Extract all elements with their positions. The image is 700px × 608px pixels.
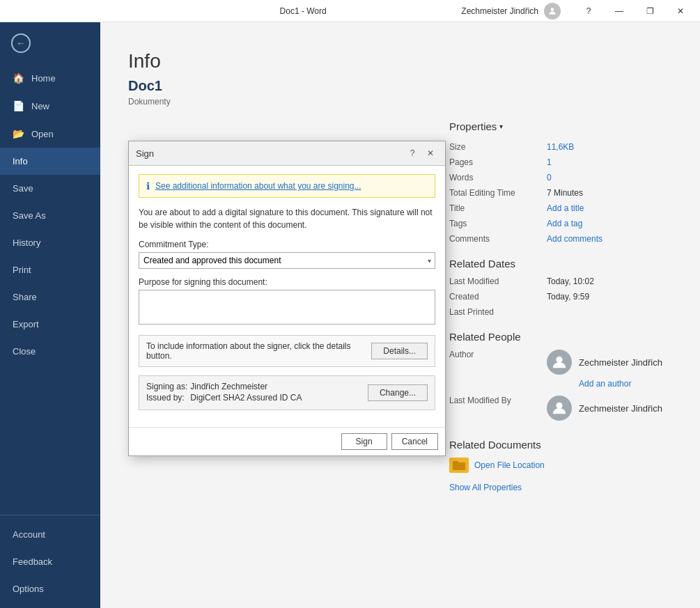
prop-row-tags: Tags Add a tag <box>449 219 672 228</box>
sidebar-item-label: Account <box>13 529 45 540</box>
prop-value-size[interactable]: 11,6KB <box>547 142 574 152</box>
dialog-header: Sign ? ✕ <box>129 141 445 166</box>
prop-value-editing-time: 7 Minutes <box>547 188 583 198</box>
signing-as-value: Jindřich Zechmeister <box>190 382 267 391</box>
prop-label: Title <box>449 203 547 213</box>
sidebar-item-label: Info <box>13 156 28 166</box>
sidebar-nav: 🏠 Home 📄 New 📂 Open Info Save Save As Hi… <box>0 64 100 509</box>
titlebar-username: Zechmeister Jindřich <box>461 6 538 16</box>
prop-label: Last Modified <box>449 276 547 286</box>
dialog-close-button[interactable]: ✕ <box>423 146 438 161</box>
svg-point-0 <box>551 8 554 11</box>
prop-value-words[interactable]: 0 <box>547 173 552 182</box>
folder-icon <box>449 458 469 473</box>
dialog-title: Sign <box>136 148 154 159</box>
sidebar-item-print[interactable]: Print <box>0 256 100 283</box>
prop-row-author: Author Zechmeister Jindřich Add an autho… <box>449 350 672 389</box>
prop-label: Words <box>449 173 547 182</box>
sidebar-item-label: Open <box>31 129 54 139</box>
last-modified-avatar <box>547 396 572 421</box>
home-icon: 🏠 <box>13 72 24 84</box>
sidebar-item-close[interactable]: Close <box>0 338 100 365</box>
sidebar-item-save-as[interactable]: Save As <box>0 202 100 229</box>
prop-value-title[interactable]: Add a title <box>547 203 584 213</box>
properties-title: Properties ▾ <box>449 120 672 132</box>
sidebar-bottom: Account Feedback Options <box>0 521 100 608</box>
close-window-button[interactable]: ✕ <box>667 0 694 22</box>
open-file-row: Open File Location <box>449 458 672 473</box>
prop-label: Pages <box>449 157 547 167</box>
prop-row-title: Title Add a title <box>449 203 672 213</box>
sidebar-item-info[interactable]: Info <box>0 148 100 175</box>
last-modified-avatar-row: Zechmeister Jindřich <box>547 396 662 421</box>
sign-button[interactable]: Sign <box>341 433 387 450</box>
purpose-input[interactable] <box>139 290 435 325</box>
sidebar-item-export[interactable]: Export <box>0 311 100 338</box>
commitment-type-select[interactable]: Created and approved this document Appro… <box>139 252 435 269</box>
sidebar-item-new[interactable]: 📄 New <box>0 92 100 120</box>
show-all-properties-link[interactable]: Show All Properties <box>449 483 672 492</box>
right-area: Properties ▾ Size 11,6KB Pages 1 Words 0 <box>449 120 672 492</box>
sidebar-item-label: Save <box>13 183 33 194</box>
prop-row-created: Created Today, 9:59 <box>449 292 672 302</box>
sidebar-item-open[interactable]: 📂 Open <box>0 120 100 148</box>
sidebar-item-label: Options <box>13 584 44 594</box>
prop-label: Last Printed <box>449 307 547 317</box>
svg-point-1 <box>556 357 562 363</box>
sidebar-item-feedback[interactable]: Feedback <box>0 548 100 575</box>
author-avatar-row: Zechmeister Jindřich <box>547 350 662 375</box>
open-file-link[interactable]: Open File Location <box>474 460 545 470</box>
titlebar: Doc1 - Word Zechmeister Jindřich ? — ❐ ✕ <box>0 0 700 22</box>
purpose-label: Purpose for signing this document: <box>139 277 435 287</box>
prop-value-created: Today, 9:59 <box>547 292 589 302</box>
dialog-body: ℹ See additional information about what … <box>129 166 445 427</box>
details-button[interactable]: Details... <box>371 343 428 359</box>
last-modified-name: Zechmeister Jindřich <box>579 403 662 414</box>
prop-label: Comments <box>449 234 547 244</box>
maximize-button[interactable]: ❐ <box>636 0 664 22</box>
cancel-button[interactable]: Cancel <box>391 433 438 450</box>
prop-row-editing-time: Total Editing Time 7 Minutes <box>449 188 672 198</box>
svg-point-2 <box>556 403 562 409</box>
prop-label: Last Modified By <box>449 396 547 425</box>
doc-name: Doc1 <box>128 78 672 94</box>
info-link[interactable]: See additional information about what yo… <box>155 181 361 191</box>
dialog-help-button[interactable]: ? <box>405 146 420 161</box>
avatar <box>544 3 561 20</box>
sidebar: ← 🏠 Home 📄 New 📂 Open Info Save Save A <box>0 22 100 608</box>
sidebar-item-label: Save As <box>13 210 46 221</box>
open-icon: 📂 <box>13 128 24 139</box>
properties-panel: Properties ▾ Size 11,6KB Pages 1 Words 0 <box>449 120 672 492</box>
dialog-header-buttons: ? ✕ <box>405 146 438 161</box>
change-button[interactable]: Change... <box>368 384 428 401</box>
help-button[interactable]: ? <box>575 0 602 22</box>
dialog-description: You are about to add a digital signature… <box>139 206 435 231</box>
sidebar-item-home[interactable]: 🏠 Home <box>0 64 100 92</box>
related-people-title: Related People <box>449 331 672 343</box>
prop-value-pages[interactable]: 1 <box>547 157 552 167</box>
sidebar-item-share[interactable]: Share <box>0 283 100 311</box>
sidebar-item-options[interactable]: Options <box>0 575 100 602</box>
issued-by-label: Issued by: <box>146 393 188 403</box>
commitment-select-wrapper: Created and approved this document Appro… <box>139 252 435 269</box>
hint-text: To include information about the signer,… <box>146 341 371 361</box>
signer-info: Signing as: Jindřich Zechmeister Issued … <box>139 375 435 410</box>
sidebar-item-label: New <box>31 101 49 111</box>
prop-row-words: Words 0 <box>449 173 672 182</box>
titlebar-user: Zechmeister Jindřich ? — ❐ ✕ <box>461 0 694 22</box>
prop-value-comments[interactable]: Add comments <box>547 234 602 244</box>
new-icon: 📄 <box>13 100 24 111</box>
minimize-button[interactable]: — <box>605 0 633 22</box>
back-button[interactable]: ← <box>0 22 100 64</box>
prop-label: Created <box>449 292 547 302</box>
prop-value-tags[interactable]: Add a tag <box>547 219 582 228</box>
sidebar-item-save[interactable]: Save <box>0 175 100 202</box>
sidebar-item-label: History <box>13 237 40 248</box>
dialog-info-bar: ℹ See additional information about what … <box>139 174 435 198</box>
signer-details: Signing as: Jindřich Zechmeister Issued … <box>146 382 302 404</box>
prop-row-last-modified-by: Last Modified By Zechmeister Jindřich <box>449 396 672 425</box>
add-author-link[interactable]: Add an author <box>579 379 662 389</box>
issued-by-row: Issued by: DigiCert SHA2 Assured ID CA <box>146 393 302 403</box>
sidebar-item-history[interactable]: History <box>0 229 100 256</box>
sidebar-item-account[interactable]: Account <box>0 521 100 548</box>
